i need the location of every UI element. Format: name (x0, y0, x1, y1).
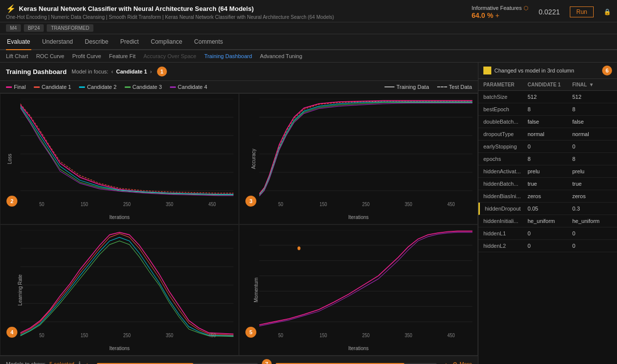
accuracy-chart: 3 Accuracy 0.95 0.85 0.75 0.65 0.55 0.45 (239, 93, 478, 224)
param-final-doublebatch: false (572, 119, 612, 125)
param-final-bestepoch: 8 (572, 106, 612, 112)
prev-model-button[interactable]: ‹ (111, 69, 113, 74)
param-c1-earlystopping: 0 (528, 144, 572, 149)
model-focus: Model in focus: ‹ Candidate 1 › (72, 69, 152, 74)
svg-text:350: 350 (405, 201, 412, 207)
subnav-feature-fit[interactable]: Feature Fit (109, 53, 136, 59)
svg-text:50: 50 (278, 201, 283, 207)
svg-text:450: 450 (448, 332, 455, 338)
header-right: Informative Features ⬡ 64.0 % + 0.0221 R… (471, 5, 611, 19)
param-name-hiddendropout: hiddenDropout (485, 206, 528, 212)
tab-compliance[interactable]: Compliance (150, 34, 183, 50)
param-name-hiddenactivat: hiddenActivat... (483, 168, 528, 174)
training-dashboard-header: Training Dashboard Model in focus: ‹ Can… (0, 63, 478, 81)
sort-icon[interactable]: ▼ (589, 82, 594, 87)
col-parameter: PARAMETER (483, 82, 528, 87)
accuracy-x-label: Iterations (348, 215, 369, 220)
tag-m4: M4 (6, 24, 21, 32)
param-c1-hiddenl2: 0 (528, 243, 572, 249)
legend-c2: Candidate 2 (79, 84, 116, 90)
legend-dot-final (6, 86, 12, 88)
tab-comments[interactable]: Comments (193, 34, 224, 50)
changed-label: Changed vs model in 3rd column (494, 68, 574, 73)
legend-training-label: Training Data (396, 84, 429, 90)
svg-text:150: 150 (319, 332, 327, 338)
legend-label-c1: Candidate 1 (42, 84, 71, 90)
badge-5: 5 (245, 327, 256, 338)
param-name-hiddenl2: hiddenL2 (483, 243, 528, 249)
param-final-epochs: 8 (572, 156, 612, 162)
legend-label-final: Final (14, 84, 26, 90)
param-name-hiddenl1: hiddenL1 (483, 230, 528, 236)
svg-text:50: 50 (39, 201, 44, 207)
charts-area: Training Dashboard Model in focus: ‹ Can… (0, 63, 478, 364)
svg-text:50: 50 (39, 332, 44, 338)
legend: Final Candidate 1 Candidate 2 Candidate … (0, 81, 478, 93)
legend-label-c3: Candidate 3 (133, 84, 162, 90)
legend-label-c4: Candidate 4 (178, 84, 207, 90)
legend-dashed-line (437, 86, 447, 87)
run-button[interactable]: Run (570, 6, 594, 17)
legend-training-data: Training Data (385, 84, 429, 90)
col-final: FINAL ▼ (572, 82, 612, 87)
tab-understand[interactable]: Understand (41, 34, 74, 50)
more-button[interactable]: ⚙ More (453, 361, 472, 364)
table-row: batchSize 512 512 (478, 91, 617, 103)
legend-dot-c3 (125, 86, 131, 88)
param-final-hiddenl2: 0 (572, 243, 612, 249)
lr-chart: 4 Learning Rate 0.028 0.024 0.02 0.016 0… (0, 224, 239, 356)
badge-7: 7 (262, 359, 272, 364)
svg-text:350: 350 (166, 201, 173, 207)
col-candidate1: CANDIDATE 1 (528, 82, 572, 87)
network-icon: ⬡ (524, 5, 529, 11)
param-name-hiddenbiasinit: hiddenBiasIni... (483, 193, 528, 199)
param-final-hiddenactivat: prelu (572, 168, 612, 174)
changed-color-indicator (483, 67, 491, 74)
lr-chart-svg: 0.028 0.024 0.02 0.016 0.012 0.008 50 15… (20, 230, 233, 340)
tab-evaluate[interactable]: Evaluate (6, 34, 31, 50)
lr-y-label: Learning Rate (17, 275, 23, 306)
models-selected-count[interactable]: 5 selected (49, 361, 74, 364)
param-c1-hiddenbiasinit: zeros (528, 193, 572, 199)
lr-x-label: Iterations (109, 346, 130, 351)
params-body: batchSize 512 512 bestEpoch 8 8 doubleBa… (478, 91, 617, 364)
legend-c1: Candidate 1 (34, 84, 71, 90)
loss-chart-svg: 1.2 1.0 0.8 0.6 0.4 0.2 (20, 99, 233, 209)
svg-point-69 (298, 246, 301, 250)
next-model-button[interactable]: › (150, 69, 152, 74)
subnav-profit-curve[interactable]: Profit Curve (72, 53, 101, 59)
legend-c4: Candidate 4 (170, 84, 207, 90)
subnav-advanced-tuning[interactable]: Advanced Tuning (260, 53, 302, 59)
legend-solid-line (385, 86, 394, 87)
momentum-chart: 5 Momentum 0.94 0.92 0.9 0.88 0.86 (239, 224, 478, 356)
param-name-batchsize: batchSize (483, 94, 528, 100)
subnav-roc-curve[interactable]: ROC Curve (36, 53, 65, 59)
nav-tabs: Evaluate Understand Describe Predict Com… (0, 34, 617, 50)
svg-text:450: 450 (448, 201, 455, 207)
svg-rect-54 (259, 230, 472, 340)
scroll-left-arrow[interactable]: ← (85, 360, 93, 364)
legend-dot-c2 (79, 86, 85, 88)
svg-text:150: 150 (80, 332, 88, 338)
tab-predict[interactable]: Predict (119, 34, 140, 50)
tab-describe[interactable]: Describe (84, 34, 109, 50)
more-label: More (460, 361, 472, 364)
param-c1-hiddendropout: 0.05 (528, 206, 572, 212)
table-row: hiddenInitiali... he_uniform he_uniform (478, 215, 617, 227)
svg-text:50: 50 (278, 332, 283, 338)
legend-final: Final (6, 84, 26, 90)
param-c1-hiddenbatch: true (528, 181, 572, 187)
add-icon[interactable]: + (495, 11, 499, 19)
table-row: earlyStopping 0 0 (478, 141, 617, 153)
gear-icon: ⚙ (453, 361, 458, 364)
charts-grid: 2 Loss 1.2 1.0 0.8 0.6 0.4 (0, 93, 478, 356)
table-row: doubleBatch... false false (478, 116, 617, 128)
training-dashboard-title: Training Dashboard (6, 68, 67, 75)
main-content: Training Dashboard Model in focus: ‹ Can… (0, 63, 617, 364)
subnav-lift-chart[interactable]: Lift Chart (6, 53, 28, 59)
subnav-training-dashboard[interactable]: Training Dashboard (204, 53, 252, 59)
scroll-right-arrow[interactable]: → (441, 360, 449, 364)
param-name-hiddenbatch: hiddenBatch... (483, 181, 528, 187)
header-left: ⚡ Keras Neural Network Classifier with N… (6, 4, 334, 20)
header-title: ⚡ Keras Neural Network Classifier with N… (6, 4, 334, 13)
